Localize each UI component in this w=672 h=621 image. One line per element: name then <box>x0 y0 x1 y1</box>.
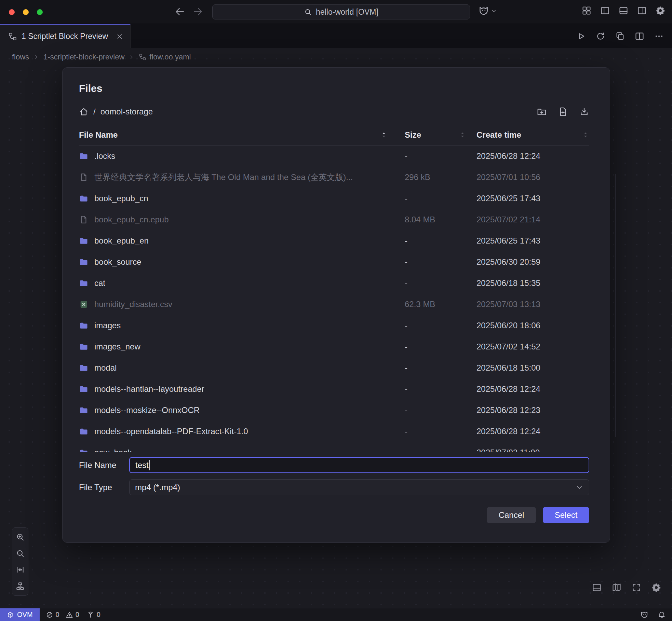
file-type-value: mp4 (*.mp4) <box>135 483 180 492</box>
file-size: - <box>405 342 476 351</box>
gear-icon <box>656 6 665 15</box>
warnings-status[interactable]: 0 <box>66 611 79 619</box>
new-file-button[interactable] <box>558 107 568 117</box>
canvas-corner-controls <box>590 581 663 594</box>
forward-button[interactable] <box>192 6 203 17</box>
new-folder-icon <box>537 107 547 117</box>
file-size: - <box>405 321 476 330</box>
select-button[interactable]: Select <box>543 507 589 523</box>
bell-icon <box>658 611 666 619</box>
file-row[interactable]: humidity_disaster.csv 62.3 MB 2025/07/03… <box>79 294 589 315</box>
sort-file-name-icon[interactable] <box>380 131 388 139</box>
close-tab-button[interactable] <box>116 33 123 40</box>
file-row[interactable]: models--hantian--layoutreader - 2025/06/… <box>79 378 589 400</box>
ports-status[interactable]: 0 <box>87 611 100 619</box>
errors-status[interactable]: 0 <box>46 611 59 619</box>
file-create-time: 2025/06/28 12:24 <box>476 427 589 436</box>
file-icon <box>79 215 89 224</box>
file-row[interactable]: images_new - 2025/07/02 14:52 <box>79 336 589 357</box>
file-row[interactable]: book_epub_en - 2025/06/25 17:43 <box>79 230 589 251</box>
duplicate-button[interactable] <box>615 31 625 41</box>
toggle-console-button[interactable] <box>590 581 604 594</box>
flow-canvas[interactable]: Files / oomol-storage File Name <box>0 48 672 608</box>
folder-icon <box>79 278 89 288</box>
file-size: 8.04 MB <box>405 215 476 224</box>
auto-layout-button[interactable] <box>13 579 27 593</box>
more-actions-button[interactable] <box>654 31 664 41</box>
sort-size-icon[interactable] <box>459 131 466 139</box>
file-name: cat <box>94 278 105 288</box>
rerun-button[interactable] <box>596 31 605 41</box>
breadcrumb-flow-folder[interactable]: 1-scriptlet-block-preview <box>43 53 124 61</box>
canvas-settings-button[interactable] <box>649 581 663 594</box>
customize-layout-button[interactable] <box>582 6 591 15</box>
error-count: 0 <box>56 611 59 619</box>
zoom-window-button[interactable] <box>37 9 43 15</box>
fit-width-button[interactable] <box>13 563 27 577</box>
copy-icon <box>615 31 625 41</box>
assistant-button[interactable] <box>640 610 649 619</box>
fit-view-button[interactable] <box>630 581 643 594</box>
file-row[interactable]: models--moskize--OnnxOCR - 2025/06/28 12… <box>79 400 589 421</box>
minimap-button[interactable] <box>610 581 623 594</box>
zoom-out-icon <box>16 549 25 558</box>
zoom-out-button[interactable] <box>13 547 27 560</box>
file-row[interactable]: .locks - 2025/06/28 12:24 <box>79 146 589 167</box>
run-flow-button[interactable] <box>576 31 586 41</box>
dialog-title: Files <box>79 83 589 94</box>
file-row[interactable]: book_epub_cn - 2025/06/25 17:43 <box>79 188 589 209</box>
minimize-window-button[interactable] <box>23 9 29 15</box>
split-editor-icon <box>635 31 644 41</box>
file-size: - <box>405 151 476 161</box>
path-current-folder[interactable]: oomol-storage <box>100 107 153 116</box>
toggle-secondary-sidebar-button[interactable] <box>637 6 647 15</box>
file-create-time: 2025/06/25 17:43 <box>476 194 589 203</box>
folder-icon <box>79 427 89 436</box>
file-name: humidity_disaster.csv <box>94 300 172 309</box>
file-row[interactable]: images - 2025/06/20 18:06 <box>79 315 589 336</box>
file-create-time: 2025/07/03 13:13 <box>476 300 589 309</box>
file-row[interactable]: new_book - 2025/07/02 11:00 <box>79 442 589 452</box>
folder-icon <box>79 321 89 330</box>
sort-create-time-icon[interactable] <box>582 131 589 139</box>
file-name: models--moskize--OnnxOCR <box>94 405 200 415</box>
toggle-sidebar-button[interactable] <box>600 6 610 15</box>
toggle-panel-button[interactable] <box>619 6 628 15</box>
workspace-switcher[interactable] <box>478 5 497 17</box>
file-type-label: File Type <box>79 483 129 492</box>
file-row[interactable]: modal - 2025/06/18 15:00 <box>79 357 589 378</box>
file-row[interactable]: book_source - 2025/06/30 20:59 <box>79 251 589 273</box>
zoom-in-button[interactable] <box>13 530 27 544</box>
settings-button[interactable] <box>656 6 665 15</box>
column-header-size[interactable]: Size <box>405 130 476 140</box>
file-type-select[interactable]: mp4 (*.mp4) <box>129 479 589 495</box>
file-name: book_epub_en <box>94 236 149 246</box>
file-create-time: 2025/06/18 15:35 <box>476 278 589 288</box>
flow-icon <box>139 53 146 61</box>
file-name: book_epub_cn <box>94 194 148 203</box>
close-window-button[interactable] <box>9 9 15 15</box>
home-icon <box>79 107 89 116</box>
file-name-input[interactable]: test <box>129 457 589 473</box>
split-editor-button[interactable] <box>635 31 644 41</box>
cancel-button[interactable]: Cancel <box>487 507 536 523</box>
file-row[interactable]: models--opendatalab--PDF-Extract-Kit-1.0… <box>79 421 589 442</box>
breadcrumb-flows[interactable]: flows <box>12 53 29 61</box>
file-row[interactable]: cat - 2025/06/18 15:35 <box>79 273 589 294</box>
tab-bar: 1 Scriptlet Block Preview <box>0 24 672 48</box>
files-dialog: Files / oomol-storage File Name <box>62 67 610 543</box>
vm-icon <box>7 611 14 618</box>
upload-button[interactable] <box>579 107 589 117</box>
command-search-box[interactable]: hello-world [OVM] <box>212 4 470 19</box>
column-header-file-name[interactable]: File Name <box>79 130 405 140</box>
breadcrumb-flow-file[interactable]: flow.oo.yaml <box>139 53 191 61</box>
file-row[interactable]: 世界经典文学名著系列老人与海 The Old Man and the Sea (… <box>79 167 589 188</box>
new-folder-button[interactable] <box>537 107 547 117</box>
home-button[interactable] <box>79 107 89 116</box>
notifications-button[interactable] <box>658 611 666 619</box>
ovm-status-button[interactable]: OVM <box>0 608 40 621</box>
tab-scriptlet-block-preview[interactable]: 1 Scriptlet Block Preview <box>0 24 131 48</box>
column-header-create-time[interactable]: Create time <box>476 130 589 140</box>
back-button[interactable] <box>174 6 185 17</box>
file-row[interactable]: book_epub_cn.epub 8.04 MB 2025/07/02 21:… <box>79 209 589 230</box>
